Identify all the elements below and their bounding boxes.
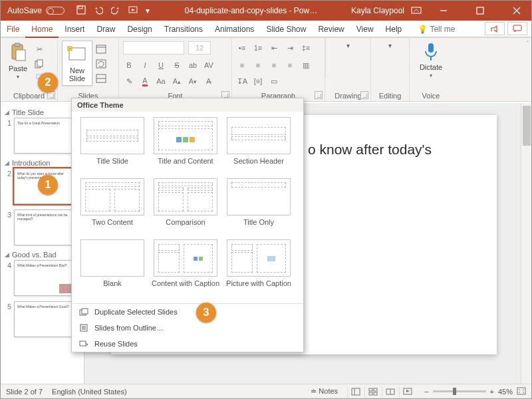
slide-indicator[interactable]: Slide 2 of 7 bbox=[6, 388, 43, 396]
slide-thumb-4[interactable]: What Makes a Presentation Bad? bbox=[14, 260, 75, 296]
editing-button[interactable]: ▾ bbox=[375, 41, 405, 51]
save-icon[interactable] bbox=[76, 5, 86, 17]
align-text-icon[interactable]: [≡] bbox=[252, 75, 264, 87]
bold-icon[interactable]: B bbox=[123, 59, 135, 71]
slide-thumb-5[interactable]: What Makes a Presentation Good? bbox=[14, 301, 75, 337]
copy-icon[interactable] bbox=[33, 58, 45, 70]
close-button[interactable] bbox=[501, 1, 531, 21]
cut-icon[interactable]: ✂ bbox=[33, 43, 45, 55]
redo-icon[interactable] bbox=[111, 5, 120, 17]
highlight-icon[interactable]: ✎ bbox=[123, 75, 135, 87]
italic-icon[interactable]: I bbox=[139, 59, 151, 71]
maximize-button[interactable] bbox=[465, 1, 495, 21]
section-icon[interactable] bbox=[95, 72, 107, 84]
notes-button[interactable]: ≐ Notes bbox=[311, 387, 338, 396]
reset-icon[interactable] bbox=[95, 58, 107, 70]
undo-icon[interactable] bbox=[94, 5, 103, 17]
reading-view-icon[interactable] bbox=[382, 386, 398, 397]
layout-two-content[interactable]: Two Content bbox=[76, 178, 149, 234]
change-case-icon[interactable]: Aa bbox=[155, 75, 167, 87]
fit-to-window-icon[interactable] bbox=[517, 387, 526, 396]
collapse-ribbon-icon[interactable]: ˆ bbox=[527, 41, 529, 48]
layout-title-slide[interactable]: Title Slide bbox=[76, 117, 149, 173]
smartart-icon[interactable]: ▭ bbox=[268, 75, 280, 87]
zoom-value[interactable]: 45% bbox=[498, 388, 513, 396]
reuse-slides[interactable]: Reuse Slides bbox=[72, 336, 303, 352]
layout-section-header[interactable]: Section Header bbox=[222, 117, 295, 173]
tab-home[interactable]: Home bbox=[25, 22, 59, 38]
svg-rect-42 bbox=[517, 388, 525, 394]
sorter-view-icon[interactable] bbox=[364, 386, 380, 397]
zoom-out-icon[interactable]: − bbox=[424, 388, 428, 396]
comments-button[interactable] bbox=[507, 22, 527, 35]
section-title-slide[interactable]: ◢Title Slide bbox=[5, 108, 80, 116]
tab-slideshow[interactable]: Slide Show bbox=[260, 22, 312, 37]
tab-view[interactable]: View bbox=[350, 22, 380, 37]
numbering-icon[interactable]: 1≡ bbox=[252, 42, 264, 54]
layout-blank[interactable]: Blank bbox=[76, 239, 149, 295]
layout-title-only[interactable]: Title Only bbox=[222, 178, 295, 234]
slides-from-outline[interactable]: Slides from Outline… bbox=[72, 320, 303, 336]
tab-insert[interactable]: Insert bbox=[59, 22, 90, 37]
ribbon-options-icon[interactable] bbox=[411, 5, 422, 17]
slide-body-text: o know after today's bbox=[308, 142, 473, 158]
strike-icon[interactable]: S bbox=[171, 59, 183, 71]
align-center-icon[interactable]: ≡ bbox=[252, 59, 264, 71]
slideshow-view-icon[interactable] bbox=[399, 386, 415, 397]
indent-left-icon[interactable]: ⇤ bbox=[268, 42, 280, 54]
vertical-scrollbar[interactable] bbox=[521, 103, 531, 384]
slide-thumb-3[interactable]: What kind of presentations can be manage… bbox=[14, 209, 75, 245]
bullets-icon[interactable]: •≡ bbox=[236, 42, 248, 54]
zoom-in-icon[interactable]: + bbox=[490, 388, 494, 396]
autosave-toggle-icon[interactable] bbox=[46, 7, 65, 15]
layout-title-content[interactable]: Title and Content bbox=[149, 117, 222, 173]
justify-icon[interactable]: ≡ bbox=[284, 59, 296, 71]
section-introduction[interactable]: ◢Introduction bbox=[5, 159, 80, 167]
shadow-icon[interactable]: ab bbox=[187, 59, 199, 71]
tab-file[interactable]: File bbox=[1, 22, 25, 37]
zoom-slider[interactable] bbox=[433, 390, 486, 392]
align-left-icon[interactable]: ≡ bbox=[236, 59, 248, 71]
qat-customize-icon[interactable]: ▾ bbox=[146, 6, 150, 15]
line-spacing-icon[interactable]: ‡≡ bbox=[300, 42, 312, 54]
new-slide-button[interactable]: New Slide bbox=[62, 41, 92, 86]
grow-font-icon[interactable]: A▴ bbox=[171, 75, 183, 87]
tell-me[interactable]: 💡 Tell me bbox=[412, 22, 461, 37]
tab-help[interactable]: Help bbox=[380, 22, 408, 37]
layout-icon[interactable] bbox=[95, 43, 107, 55]
paragraph-launcher-icon[interactable] bbox=[315, 91, 323, 99]
drawing-button[interactable]: ▾ bbox=[330, 41, 366, 51]
align-right-icon[interactable]: ≡ bbox=[268, 59, 280, 71]
tab-review[interactable]: Review bbox=[312, 22, 350, 37]
clear-format-icon[interactable]: A̶ bbox=[203, 75, 215, 87]
svg-rect-1 bbox=[78, 6, 82, 9]
share-button[interactable] bbox=[485, 22, 505, 35]
slide-thumb-1[interactable]: Tips for a Great Presentation bbox=[14, 118, 75, 154]
duplicate-selected-slides[interactable]: Duplicate Selected Slides bbox=[72, 304, 303, 320]
indent-right-icon[interactable]: ⇥ bbox=[284, 42, 296, 54]
underline-icon[interactable]: U bbox=[155, 59, 167, 71]
layout-content-caption[interactable]: Content with Caption bbox=[149, 239, 222, 295]
dictate-button[interactable]: Dictate ▾ bbox=[414, 41, 448, 80]
language-indicator[interactable]: English (United States) bbox=[52, 388, 127, 396]
tab-design[interactable]: Design bbox=[121, 22, 158, 37]
font-color-icon[interactable]: A bbox=[139, 75, 151, 87]
columns-icon[interactable]: ▥ bbox=[300, 59, 312, 71]
tab-animations[interactable]: Animations bbox=[209, 22, 260, 37]
spacing-icon[interactable]: AV bbox=[203, 59, 215, 71]
drawing-launcher-icon[interactable] bbox=[360, 91, 368, 99]
shrink-font-icon[interactable]: A▾ bbox=[187, 75, 199, 87]
normal-view-icon[interactable] bbox=[347, 386, 363, 397]
minimize-button[interactable] bbox=[428, 1, 458, 21]
tab-draw[interactable]: Draw bbox=[90, 22, 121, 37]
text-direction-icon[interactable]: ↧A bbox=[236, 75, 248, 87]
font-size-box[interactable]: 12 bbox=[188, 41, 211, 55]
tab-transitions[interactable]: Transitions bbox=[158, 22, 209, 37]
paste-button[interactable]: Paste ▾ bbox=[5, 41, 31, 84]
autosave-control[interactable]: AutoSave bbox=[1, 6, 71, 15]
user-name[interactable]: Kayla Claypool bbox=[351, 6, 404, 15]
layout-picture-caption[interactable]: Picture with Caption bbox=[222, 239, 295, 295]
layout-comparison[interactable]: Comparison bbox=[149, 178, 222, 234]
section-good-vs-bad[interactable]: ◢Good vs. Bad bbox=[5, 251, 80, 259]
start-from-beginning-icon[interactable] bbox=[128, 5, 138, 17]
